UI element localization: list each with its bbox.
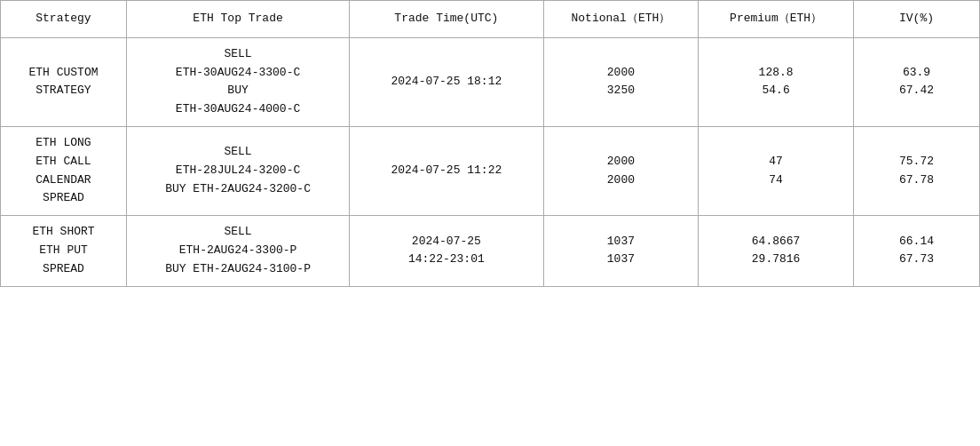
cell-premium: 64.8667 29.7816	[699, 216, 854, 286]
header-premium: Premium（ETH）	[699, 1, 854, 38]
table-row: ETH LONG ETH CALL CALENDAR SPREADSELL ET…	[1, 126, 980, 215]
cell-notional: 1037 1037	[543, 216, 699, 286]
cell-notional: 2000 2000	[543, 126, 699, 215]
cell-notional: 2000 3250	[543, 37, 699, 126]
cell-trade-time: 2024-07-25 11:22	[350, 126, 543, 215]
cell-premium: 47 74	[699, 126, 854, 215]
cell-trade-time: 2024-07-25 14:22-23:01	[350, 216, 543, 286]
cell-trade-time: 2024-07-25 18:12	[350, 37, 543, 126]
table-row: ETH CUSTOM STRATEGYSELL ETH-30AUG24-3300…	[1, 37, 980, 126]
cell-top-trade: SELL ETH-2AUG24-3300-P BUY ETH-2AUG24-31…	[126, 216, 349, 286]
cell-top-trade: SELL ETH-28JUL24-3200-C BUY ETH-2AUG24-3…	[126, 126, 349, 215]
cell-iv: 66.14 67.73	[853, 216, 979, 286]
cell-iv: 75.72 67.78	[853, 126, 979, 215]
cell-strategy: ETH LONG ETH CALL CALENDAR SPREAD	[1, 126, 127, 215]
cell-strategy: ETH CUSTOM STRATEGY	[1, 37, 127, 126]
cell-strategy: ETH SHORT ETH PUT SPREAD	[1, 216, 127, 286]
cell-top-trade: SELL ETH-30AUG24-3300-C BUY ETH-30AUG24-…	[126, 37, 349, 126]
header-iv: IV(%)	[853, 1, 979, 38]
table-header-row: Strategy ETH Top Trade Trade Time(UTC) N…	[1, 1, 980, 38]
cell-premium: 128.8 54.6	[699, 37, 854, 126]
header-trade-time: Trade Time(UTC)	[350, 1, 543, 38]
header-notional: Notional（ETH）	[543, 1, 699, 38]
cell-iv: 63.9 67.42	[853, 37, 979, 126]
table-row: ETH SHORT ETH PUT SPREADSELL ETH-2AUG24-…	[1, 216, 980, 286]
data-table: Strategy ETH Top Trade Trade Time(UTC) N…	[0, 0, 980, 287]
header-strategy: Strategy	[1, 1, 127, 38]
header-top-trade: ETH Top Trade	[126, 1, 349, 38]
main-table-container: Strategy ETH Top Trade Trade Time(UTC) N…	[0, 0, 980, 287]
